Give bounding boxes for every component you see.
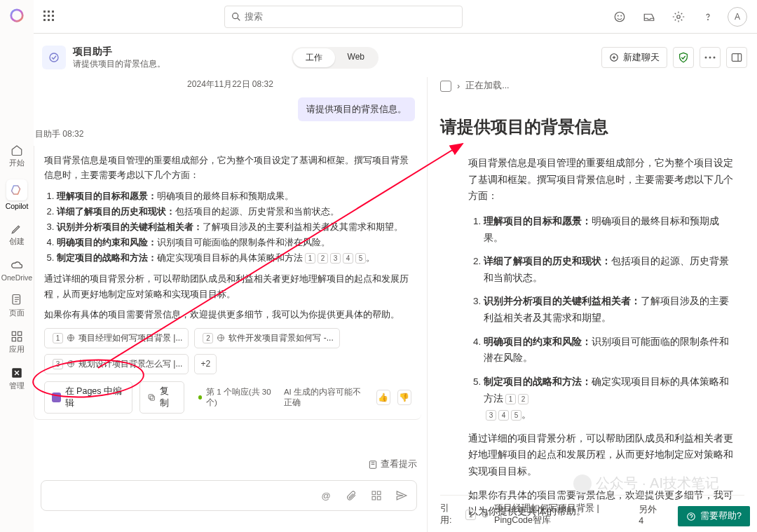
- citation[interactable]: 5: [355, 253, 366, 264]
- citation[interactable]: 4: [498, 410, 509, 421]
- plus-icon: [609, 53, 619, 62]
- globe-icon: [67, 334, 75, 342]
- citation[interactable]: 4: [343, 253, 353, 264]
- svg-rect-27: [372, 496, 376, 500]
- citation[interactable]: 1: [305, 253, 315, 264]
- doc-li: 理解项目的目标和愿景：明确项目的最终目标和预期成果。: [484, 213, 737, 246]
- svg-point-17: [714, 57, 716, 59]
- footer-label: 引用:: [440, 503, 458, 526]
- copy-button[interactable]: 复制: [139, 381, 184, 414]
- doc-icon: [440, 81, 451, 92]
- bot-li: 详细了解项目的历史和现状：包括项目的起源、历史背景和当前状态。: [57, 204, 411, 219]
- assistant-header: 项目助手 请提供项目的背景信息。 工作 Web 新建聊天: [42, 39, 747, 76]
- svg-rect-23: [149, 394, 153, 398]
- thumbs-down-button[interactable]: 👎: [397, 390, 411, 405]
- user-avatar[interactable]: A: [728, 7, 747, 27]
- more-button[interactable]: [700, 47, 721, 68]
- shield-icon: [678, 52, 689, 63]
- doc-li: 明确项目的约束和风险：识别项目可能面临的限制条件和潜在风险。: [484, 334, 737, 367]
- chat-date: 2024年11月22日 08:32: [34, 77, 427, 97]
- bot-meta: 目助手 08:32: [35, 128, 427, 140]
- settings-icon[interactable]: [669, 7, 688, 27]
- app-logo[interactable]: [7, 6, 27, 25]
- doc-li: 制定项目的战略和方法：确定实现项目目标的具体策略和方法12345。: [484, 374, 737, 423]
- attach-icon[interactable]: [343, 488, 359, 503]
- citation[interactable]: 5: [511, 410, 521, 421]
- chat-input[interactable]: @: [41, 480, 417, 511]
- footer-extra[interactable]: 另外 4: [639, 504, 660, 526]
- suggestion-chip[interactable]: 1项目经理如何写项目背景 |...: [44, 328, 189, 348]
- new-chat-button[interactable]: 新建聊天: [601, 47, 667, 68]
- search-box[interactable]: [224, 6, 463, 28]
- bot-li: 制定项目的战略和方法：确定实现项目目标的具体策略和方法12345。: [57, 250, 411, 266]
- svg-rect-22: [150, 396, 154, 400]
- svg-point-30: [688, 512, 695, 520]
- rail-start[interactable]: 开始: [0, 137, 34, 174]
- citation[interactable]: 2: [318, 253, 328, 264]
- panel-toggle-button[interactable]: [726, 47, 747, 68]
- svg-point-8: [615, 12, 625, 22]
- copilot-icon: [6, 179, 27, 200]
- view-prompt-button[interactable]: 查看提示: [368, 458, 417, 470]
- bot-p: 如果你有具体的项目需要背景信息，欢迎提供更多细节，我可以为你提供更具体的帮助。: [44, 307, 411, 322]
- loading-label: 正在加载...: [465, 80, 509, 92]
- svg-point-10: [621, 15, 622, 16]
- help-icon[interactable]: [698, 7, 718, 27]
- apps-icon: [10, 329, 24, 343]
- citation[interactable]: 3: [486, 410, 496, 421]
- svg-point-12: [708, 19, 709, 20]
- pages-icon: [52, 393, 61, 402]
- assistant-icon: [42, 46, 66, 69]
- bot-p: 通过详细的项目背景分析，可以帮助团队成员和利益相关者更好地理解项目的起点和发展历…: [44, 271, 411, 301]
- rail-create[interactable]: 创建: [0, 216, 34, 252]
- svg-point-7: [233, 13, 238, 18]
- suggestion-row: 1项目经理如何写项目背景 |... 2软件开发项目背景如何写 -... 3规划设…: [44, 328, 411, 374]
- svg-point-15: [705, 57, 707, 59]
- app-launcher-icon[interactable]: [43, 11, 56, 23]
- chat-pane: 2024年11月22日 08:32 请提供项目的背景信息。 目助手 08:32 …: [34, 77, 428, 532]
- citation[interactable]: 2: [518, 394, 528, 404]
- suggestion-chip[interactable]: 2软件开发项目背景如何写 -...: [194, 328, 339, 348]
- svg-rect-5: [18, 338, 22, 341]
- emoji-icon[interactable]: [610, 7, 629, 27]
- inbox-icon[interactable]: [639, 7, 659, 27]
- svg-point-16: [709, 57, 711, 59]
- response-count: 第 1 个响应(共 30 个): [198, 387, 277, 408]
- svg-point-9: [618, 15, 618, 16]
- need-help-button[interactable]: 需要帮助?: [678, 506, 750, 526]
- citation[interactable]: 1: [505, 394, 516, 404]
- send-icon[interactable]: [394, 488, 409, 503]
- rail-label: OneDrive: [1, 273, 32, 282]
- globe-icon: [482, 510, 489, 519]
- admin-icon: [10, 366, 24, 380]
- search-input[interactable]: [245, 11, 456, 22]
- doc-title: 请提供项目的背景信息: [440, 116, 744, 138]
- tab-work[interactable]: 工作: [293, 48, 335, 67]
- grid-icon[interactable]: [369, 488, 384, 503]
- shield-button[interactable]: [673, 47, 694, 68]
- suggestion-more[interactable]: +2: [194, 354, 217, 374]
- globe-icon: [217, 334, 225, 342]
- mention-icon[interactable]: @: [318, 488, 334, 503]
- user-message: 请提供项目的背景信息。: [298, 97, 415, 121]
- svg-rect-24: [369, 461, 376, 468]
- rail-copilot[interactable]: Copilot: [0, 174, 34, 216]
- footer-cite[interactable]: 项目经理如何写项目背景 | PingCode智库: [494, 503, 633, 526]
- rail-apps[interactable]: 应用: [0, 324, 34, 360]
- rail-label: Copilot: [6, 202, 29, 210]
- rail-onedrive[interactable]: OneDrive: [0, 252, 34, 287]
- bot-li: 识别并分析项目的关键利益相关者：了解项目涉及的主要利益相关者及其需求和期望。: [57, 219, 411, 235]
- citation[interactable]: 3: [330, 253, 341, 264]
- doc-li: 识别并分析项目的关键利益相关者：了解项目涉及的主要利益相关者及其需求和期望。: [484, 293, 737, 326]
- bot-message: 项目背景信息是项目管理的重要组成部分，它为整个项目设定了基调和框架。撰写项目背景…: [34, 146, 421, 420]
- citation[interactable]: 1: [465, 510, 476, 520]
- suggestion-chip[interactable]: 3规划设计项目背景怎么写 |...: [44, 354, 189, 374]
- thumbs-up-button[interactable]: 👍: [376, 390, 390, 405]
- rail-pages[interactable]: 页面: [0, 287, 34, 324]
- book-icon: [368, 460, 378, 470]
- svg-rect-18: [732, 54, 741, 62]
- rail-admin[interactable]: 管理: [0, 360, 34, 397]
- edit-in-pages-button[interactable]: 在 Pages 中编辑: [44, 381, 132, 414]
- pen-icon: [10, 221, 24, 236]
- tab-web[interactable]: Web: [335, 48, 377, 67]
